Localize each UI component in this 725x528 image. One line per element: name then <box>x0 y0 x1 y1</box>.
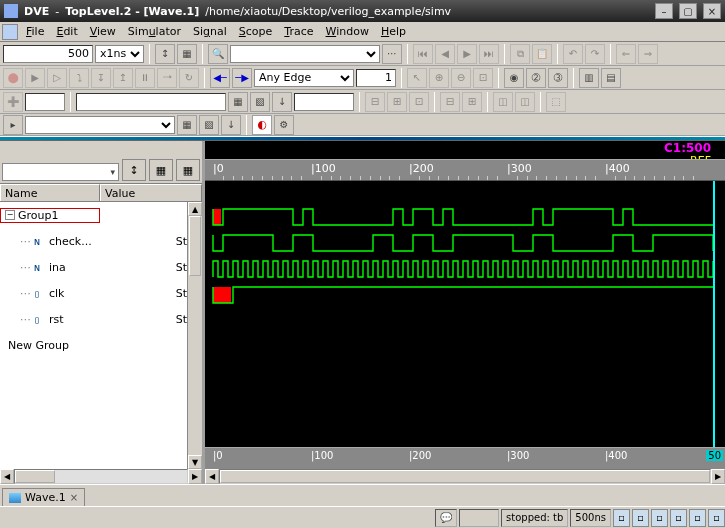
menu-edit[interactable]: Edit <box>50 23 83 40</box>
status-icon-1[interactable]: ▫ <box>613 509 630 527</box>
step-back-icon[interactable]: ◀ <box>435 44 455 64</box>
down-arrow-icon[interactable]: ↓ <box>272 92 292 112</box>
signal-row[interactable]: ⋯ ɴ check...St0 <box>0 228 202 254</box>
col-value[interactable]: Value <box>100 184 202 201</box>
group-icon[interactable]: ◫ <box>493 92 513 112</box>
expand-icon[interactable]: ⊞ <box>462 92 482 112</box>
red-flag-icon[interactable]: ◐ <box>252 115 272 135</box>
filter-combo[interactable] <box>25 116 175 134</box>
scroll-left-icon[interactable]: ◀ <box>0 469 14 484</box>
wave-hscroll[interactable]: ◀ ▶ <box>205 469 725 484</box>
time-unit-select[interactable]: x1ns <box>95 45 144 63</box>
restart-icon[interactable]: ↻ <box>179 68 199 88</box>
pause-icon[interactable]: ⏸ <box>135 68 155 88</box>
bus3-icon[interactable]: ⊡ <box>409 92 429 112</box>
marker1-icon[interactable]: ◉ <box>504 68 524 88</box>
wave-opts1-icon[interactable]: ▦ <box>228 92 248 112</box>
menu-simulator[interactable]: Simulator <box>122 23 187 40</box>
status-icon-5[interactable]: ▫ <box>689 509 706 527</box>
col-name[interactable]: Name <box>0 184 100 201</box>
nav-fwd-icon[interactable]: ⇒ <box>638 44 658 64</box>
ungroup-icon[interactable]: ◫ <box>515 92 535 112</box>
wave-scroll-right-icon[interactable]: ▶ <box>711 469 725 484</box>
next-edge-icon[interactable]: ─▶ <box>232 68 252 88</box>
stepin-icon[interactable]: ↧ <box>91 68 111 88</box>
tool-continue-icon[interactable]: ↕ <box>155 44 175 64</box>
signal-row[interactable]: ⋯ ▯ rstSt1 <box>0 306 202 332</box>
record-icon[interactable]: ⬤ <box>3 68 23 88</box>
collapse-icon[interactable]: ⊟ <box>440 92 460 112</box>
menu-trace[interactable]: Trace <box>278 23 319 40</box>
filter-opts1-icon[interactable]: ▦ <box>177 115 197 135</box>
time-input[interactable] <box>3 45 93 63</box>
step-fwd-all-icon[interactable]: ⏭ <box>479 44 499 64</box>
system-menu-icon[interactable] <box>2 24 18 40</box>
filter-opts2-icon[interactable]: ▧ <box>199 115 219 135</box>
search-combo[interactable] <box>230 45 380 63</box>
step-fwd-icon[interactable]: ▶ <box>457 44 477 64</box>
menu-scope[interactable]: Scope <box>233 23 279 40</box>
copy-icon[interactable]: ⧉ <box>510 44 530 64</box>
status-chat-icon[interactable]: 💬 <box>435 509 457 527</box>
new-group-row[interactable]: New Group <box>0 332 202 358</box>
undo-icon[interactable]: ↶ <box>563 44 583 64</box>
stepover-icon[interactable]: ⤵ <box>69 68 89 88</box>
stepout-icon[interactable]: ↥ <box>113 68 133 88</box>
wave-opts2-icon[interactable]: ▧ <box>250 92 270 112</box>
expand-tree-icon[interactable]: ▸ <box>3 115 23 135</box>
status-icon-2[interactable]: ▫ <box>632 509 649 527</box>
menu-file[interactable]: File <box>20 23 50 40</box>
wave-hscroll-thumb[interactable] <box>220 470 710 483</box>
tile-vert-icon[interactable]: ▤ <box>601 68 621 88</box>
scroll-down-icon[interactable]: ▼ <box>188 455 202 469</box>
maximize-button[interactable]: ▢ <box>679 3 697 19</box>
cursor-line[interactable] <box>713 181 715 447</box>
signal-row[interactable]: ⋯ ɴ inaSt0 <box>0 254 202 280</box>
add-signal-icon[interactable]: ➕ <box>3 92 23 112</box>
nav-back-icon[interactable]: ⇐ <box>616 44 636 64</box>
wave-scroll-left-icon[interactable]: ◀ <box>205 469 219 484</box>
panel-btn3-icon[interactable]: ▦ <box>176 159 200 181</box>
redo-icon[interactable]: ↷ <box>585 44 605 64</box>
edge-count-input[interactable] <box>356 69 396 87</box>
status-icon-4[interactable]: ▫ <box>670 509 687 527</box>
time-ruler-bottom[interactable]: |0|100|200|300|40050 <box>205 447 725 469</box>
bus1-icon[interactable]: ⊟ <box>365 92 385 112</box>
menu-window[interactable]: Window <box>320 23 375 40</box>
prev-edge-icon[interactable]: ◀─ <box>210 68 230 88</box>
marker2-icon[interactable]: ➁ <box>526 68 546 88</box>
filter-down-icon[interactable]: ↓ <box>221 115 241 135</box>
menu-signal[interactable]: Signal <box>187 23 233 40</box>
marker3-icon[interactable]: ➂ <box>548 68 568 88</box>
edge-select[interactable]: Any Edge <box>254 69 354 87</box>
scope-dropdown[interactable] <box>2 163 119 181</box>
value-input[interactable] <box>294 93 354 111</box>
tile-horiz-icon[interactable]: ▥ <box>579 68 599 88</box>
pointer-icon[interactable]: ↖ <box>407 68 427 88</box>
tab-wave1[interactable]: Wave.1 × <box>2 488 85 506</box>
signal-row[interactable]: ⋯ ▯ clkSt1 <box>0 280 202 306</box>
zoom-fit-icon[interactable]: ⊡ <box>473 68 493 88</box>
play-icon[interactable]: ▶ <box>25 68 45 88</box>
scroll-thumb[interactable] <box>189 216 201 276</box>
tab-close-icon[interactable]: × <box>70 492 78 503</box>
scope-combo[interactable] <box>76 93 226 111</box>
zoom-in-icon[interactable]: ⊕ <box>429 68 449 88</box>
menu-view[interactable]: View <box>84 23 122 40</box>
signal-vscroll[interactable]: ▲ ▼ <box>187 202 202 469</box>
hscroll-thumb[interactable] <box>15 470 55 483</box>
zoom-out-icon[interactable]: ⊖ <box>451 68 471 88</box>
signal-hscroll[interactable]: ◀ ▶ <box>0 469 202 484</box>
status-icon-6[interactable]: ▫ <box>708 509 725 527</box>
search-options-icon[interactable]: ⋯ <box>382 44 402 64</box>
signal-group[interactable]: −Group1 <box>0 202 202 228</box>
binoculars-icon[interactable]: 🔍 <box>208 44 228 64</box>
menu-help[interactable]: Help <box>375 23 412 40</box>
status-icon-3[interactable]: ▫ <box>651 509 668 527</box>
minimize-button[interactable]: – <box>655 3 673 19</box>
bus2-icon[interactable]: ⊞ <box>387 92 407 112</box>
run-icon[interactable]: ▷ <box>47 68 67 88</box>
time-ruler-top[interactable]: |0|100|200|300|400 <box>205 159 725 181</box>
paste-icon[interactable]: 📋 <box>532 44 552 64</box>
panel-btn2-icon[interactable]: ▦ <box>149 159 173 181</box>
